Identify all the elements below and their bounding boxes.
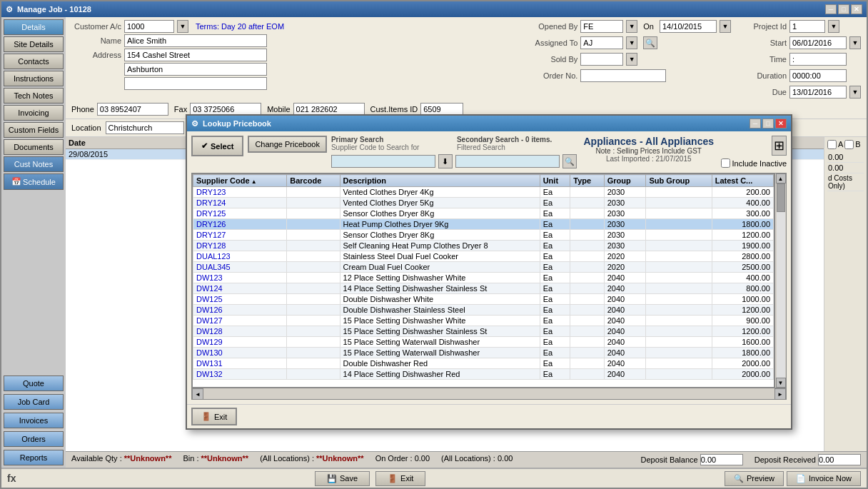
reports-button[interactable]: Reports bbox=[4, 450, 64, 465]
maximize-button[interactable]: □ bbox=[838, 4, 849, 14]
deposit-received-input[interactable] bbox=[818, 454, 861, 465]
dialog-minimize[interactable]: ─ bbox=[750, 119, 761, 128]
dialog-close[interactable]: ✕ bbox=[775, 119, 787, 128]
pricebook-table-container[interactable]: Supplier Code Barcode Description Unit T… bbox=[192, 173, 774, 388]
pb-table-row[interactable]: DW127 15 Place Setting Dishwasher White … bbox=[193, 316, 774, 326]
on-date-input[interactable] bbox=[660, 20, 717, 33]
project-id-dropdown[interactable]: ▼ bbox=[828, 20, 839, 33]
sidebar-btn-documents[interactable]: Documents bbox=[4, 139, 64, 155]
select-button[interactable]: ✔ Select bbox=[191, 136, 243, 156]
assigned-to-search-button[interactable]: 🔍 bbox=[643, 36, 657, 49]
on-date-dropdown[interactable]: ▼ bbox=[720, 20, 731, 33]
customer-account-input[interactable] bbox=[124, 20, 174, 33]
save-button[interactable]: 💾 Save bbox=[315, 471, 370, 486]
scroll-left-arrow[interactable]: ◄ bbox=[192, 388, 203, 400]
pb-table-row[interactable]: DW125 Double Dishwasher White Ea 2040 10… bbox=[193, 294, 774, 305]
opened-by-input[interactable] bbox=[580, 20, 623, 33]
secondary-search-input[interactable] bbox=[455, 155, 560, 168]
pb-table-row[interactable]: DW128 15 Place Setting Dishwasher Stainl… bbox=[193, 326, 774, 337]
pb-table-row[interactable]: DW126 Double Dishwasher Stainless Steel … bbox=[193, 305, 774, 316]
pb-table-row[interactable]: DW132 14 Place Setting Dishwasher Red Ea… bbox=[193, 369, 774, 380]
minimize-button[interactable]: ─ bbox=[825, 4, 837, 14]
pb-table-row[interactable]: DRY128 Self Cleaning Heat Pump Clothes D… bbox=[193, 241, 774, 251]
right-val-row: 0.00 bbox=[827, 152, 864, 163]
scroll-up-arrow[interactable]: ▲ bbox=[776, 173, 786, 183]
col-subgroup[interactable]: Sub Group bbox=[646, 175, 712, 187]
sidebar-btn-instructions[interactable]: Instructions bbox=[4, 71, 64, 86]
pb-table-row[interactable]: DW130 15 Place Setting Waterwall Dishwas… bbox=[193, 348, 774, 358]
customer-address1-input[interactable] bbox=[124, 49, 267, 61]
exit-button[interactable]: 🚪 Exit bbox=[375, 471, 425, 486]
quote-button[interactable]: Quote bbox=[4, 375, 64, 391]
grid-view-button[interactable]: ⊞ bbox=[772, 136, 787, 156]
sidebar-btn-invoicing[interactable]: Invoicing bbox=[4, 105, 64, 121]
due-dropdown[interactable]: ▼ bbox=[849, 86, 861, 99]
pb-table-row[interactable]: DUAL123 Stainless Steel Dual Fuel Cooker… bbox=[193, 251, 774, 262]
sidebar-btn-cust-notes[interactable]: Cust Notes bbox=[4, 156, 64, 172]
assigned-to-dropdown[interactable]: ▼ bbox=[626, 36, 637, 49]
invoice-now-button[interactable]: 📄 Invoice Now bbox=[787, 471, 861, 486]
customer-address3-input[interactable] bbox=[124, 77, 267, 90]
sidebar-btn-contacts[interactable]: Contacts bbox=[4, 54, 64, 69]
preview-button[interactable]: 🔍 Preview bbox=[725, 471, 784, 486]
b-checkbox[interactable] bbox=[844, 140, 854, 149]
scroll-down-arrow[interactable]: ▼ bbox=[776, 378, 786, 388]
col-unit[interactable]: Unit bbox=[540, 175, 570, 187]
change-pricebook-button[interactable]: Change Pricebook bbox=[248, 136, 327, 153]
col-supplier-code[interactable]: Supplier Code bbox=[193, 175, 287, 187]
duration-input[interactable] bbox=[789, 69, 847, 82]
invoices-button[interactable]: Invoices bbox=[4, 413, 64, 428]
pb-table-row[interactable]: DRY126 Heat Pump Clothes Dryer 9Kg Ea 20… bbox=[193, 219, 774, 230]
sold-by-input[interactable] bbox=[580, 53, 623, 66]
sidebar-btn-custom-fields[interactable]: Custom Fields bbox=[4, 122, 64, 138]
scroll-right-arrow[interactable]: ► bbox=[774, 388, 786, 400]
pb-table-row[interactable]: DW123 12 Place Setting Dishwasher White … bbox=[193, 273, 774, 283]
hscroll-track[interactable] bbox=[203, 388, 774, 399]
pb-table-row[interactable]: DRY124 Vented Clothes Dryer 5Kg Ea 2030 … bbox=[193, 198, 774, 208]
sidebar-btn-site-details[interactable]: Site Details bbox=[4, 36, 64, 52]
dialog-controls: ─ □ ✕ bbox=[750, 119, 787, 128]
pb-table-row[interactable]: DW131 Double Dishwasher Red Ea 2040 2000… bbox=[193, 358, 774, 369]
due-input[interactable] bbox=[789, 86, 847, 99]
deposit-balance-input[interactable] bbox=[700, 454, 743, 465]
dialog-exit-button[interactable]: 🚪 Exit bbox=[191, 408, 237, 425]
col-type[interactable]: Type bbox=[570, 175, 604, 187]
include-inactive-checkbox[interactable] bbox=[721, 158, 730, 168]
project-id-input[interactable] bbox=[789, 20, 825, 33]
a-checkbox[interactable] bbox=[827, 140, 837, 149]
pb-table-row[interactable]: DW124 14 Place Setting Dishwasher Stainl… bbox=[193, 283, 774, 294]
start-dropdown[interactable]: ▼ bbox=[849, 36, 861, 49]
location-input[interactable] bbox=[106, 121, 184, 134]
pb-table-row[interactable]: DRY127 Sensor Clothes Dryer 8Kg Ea 2030 … bbox=[193, 230, 774, 241]
phone-input[interactable] bbox=[97, 103, 168, 116]
table-scrollbar[interactable]: ▲ ▼ bbox=[774, 173, 786, 388]
col-barcode[interactable]: Barcode bbox=[287, 175, 340, 187]
col-group[interactable]: Group bbox=[604, 175, 646, 187]
primary-search-button[interactable]: ⬇ bbox=[438, 154, 453, 168]
sold-by-dropdown[interactable]: ▼ bbox=[626, 53, 637, 66]
sidebar-btn-tech-notes[interactable]: Tech Notes bbox=[4, 88, 64, 104]
opened-by-dropdown[interactable]: ▼ bbox=[626, 20, 637, 33]
primary-search-input[interactable] bbox=[331, 155, 435, 168]
start-input[interactable] bbox=[789, 36, 847, 49]
secondary-search-button[interactable]: 🔍 bbox=[562, 154, 577, 168]
scroll-thumb[interactable] bbox=[777, 183, 785, 212]
time-input[interactable] bbox=[789, 53, 847, 66]
pb-table-row[interactable]: DRY125 Sensor Clothes Dryer 8Kg Ea 2030 … bbox=[193, 208, 774, 219]
jobcard-button[interactable]: Job Card bbox=[4, 394, 64, 410]
sidebar-btn-details[interactable]: Details bbox=[4, 19, 64, 35]
pb-table-row[interactable]: DUAL345 Cream Dual Fuel Cooker Ea 2020 2… bbox=[193, 262, 774, 273]
orders-button[interactable]: Orders bbox=[4, 431, 64, 447]
col-price[interactable]: Latest C... bbox=[712, 175, 773, 187]
customer-account-dropdown[interactable]: ▼ bbox=[177, 20, 188, 33]
pb-table-row[interactable]: DRY123 Vented Clothes Dryer 4Kg Ea 2030 … bbox=[193, 187, 774, 198]
dialog-maximize[interactable]: □ bbox=[762, 119, 774, 128]
close-button[interactable]: ✕ bbox=[851, 4, 862, 14]
customer-address2-input[interactable] bbox=[124, 63, 267, 76]
col-description[interactable]: Description bbox=[340, 175, 540, 187]
sidebar-btn-schedule[interactable]: 📅 Schedule bbox=[4, 173, 64, 190]
order-no-input[interactable] bbox=[580, 69, 666, 82]
customer-name-input[interactable] bbox=[124, 34, 267, 47]
pb-table-row[interactable]: DW129 15 Place Setting Waterwall Dishwas… bbox=[193, 337, 774, 348]
assigned-to-input[interactable] bbox=[580, 36, 623, 49]
